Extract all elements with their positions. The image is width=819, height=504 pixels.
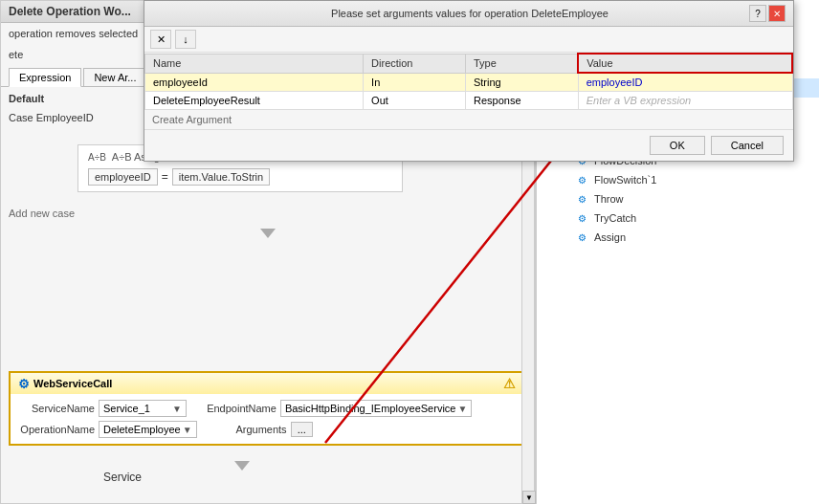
modal-close-button[interactable]: ✕ [768,5,786,22]
tab-new-arg-label: New Ar... [94,72,136,83]
assign-icon: A÷B [88,152,106,163]
wsblock-icon: ⚙ [18,377,30,391]
wsblock-endpoint-select[interactable]: BasicHttpBinding_IEmployeeService ▼ [280,400,472,417]
modal-help-button[interactable]: ? [749,5,766,22]
wsblock-operation-select[interactable]: DeleteEmployee ▼ [99,421,197,438]
cancel-button[interactable]: Cancel [711,136,784,155]
row1-type: String [465,73,578,92]
ok-button[interactable]: OK [650,136,705,155]
wsblock: ⚙ WebServiceCall ⚠ ServiceName Service_1… [9,371,525,446]
bottom-chevron-down-icon [234,461,250,471]
wsblock-fields: ServiceName Service_1 ▼ EndpointName Bas… [11,394,523,444]
wsblock-service-value: Service_1 [103,403,170,414]
wsblock-operation-label: OperationName [18,424,95,435]
modal-title-buttons: ? ✕ [749,5,786,22]
row2-name: DeleteEmployeeResult [145,92,364,110]
ok-label: OK [670,140,685,151]
create-argument-link[interactable]: Create Argument [144,110,793,129]
table-header-row: Name Direction Type Value [145,54,793,73]
row2-value[interactable]: Enter a VB expression [578,92,792,110]
chevron-down-container [1,225,535,242]
wsblock-endpoint-dropdown-icon[interactable]: ▼ [457,404,467,414]
case-text: Case EmployeeID [9,112,94,123]
col-value-header: Value [578,54,792,73]
bottom-chevron-container [231,457,254,474]
wsblock-operation-row: OperationName DeleteEmployee ▼ Arguments… [18,421,516,438]
service-label-text: Service [103,471,142,484]
default-text: Default [9,93,44,104]
add-case-text: Add new case [9,208,75,219]
right-item-assign[interactable]: ⚙ Assign [537,228,819,247]
wsblock-service-select[interactable]: Service_1 ▼ [99,400,187,417]
wsblock-arguments-value: ... [298,424,306,435]
modal-toolbar: ✕ ↓ [144,27,793,53]
table-row[interactable]: DeleteEmployeeResult Out Response Enter … [145,92,793,110]
table-row[interactable]: employeeId In String employeeID [145,73,793,92]
create-argument-text: Create Argument [152,114,232,125]
modal-toolbar-down-button[interactable]: ↓ [175,30,196,49]
wsblock-arguments-button[interactable]: ... [291,422,313,437]
wsblock-endpoint-label: EndpointName [190,403,277,414]
assign-left-value: employeeID [95,171,151,183]
wsblock-service-label: ServiceName [18,403,95,414]
row1-direction: In [364,73,466,92]
scroll-down-button[interactable]: ▼ [522,491,536,504]
wsblock-title-bar: ⚙ WebServiceCall ⚠ [11,373,523,394]
tab-expression-label: Expression [19,72,71,83]
cancel-label: Cancel [731,140,764,151]
col-name-header: Name [145,54,364,73]
warning-icon: ⚠ [503,376,516,391]
wsblock-title-text: ⚙ WebServiceCall [18,377,112,391]
bg-title-text: Delete Operation Wo... [9,5,131,18]
tab-expression[interactable]: Expression [9,68,81,87]
modal-titlebar: Please set arguments values for operatio… [144,1,793,27]
wsblock-service-row: ServiceName Service_1 ▼ EndpointName Bas… [18,400,516,417]
modal-footer: OK Cancel [144,129,793,161]
modal-overlay: Please set arguments values for operatio… [144,0,813,220]
row2-type: Response [465,92,578,110]
assign-right-label: Assign [594,231,626,243]
col-type-header: Type [465,54,578,73]
wsblock-endpoint-value: BasicHttpBinding_IEmployeeService [285,403,456,414]
wsblock-operation-dropdown-icon[interactable]: ▼ [183,425,192,435]
wsblock-arguments-label: Arguments [201,424,287,435]
row1-name: employeeId [145,73,364,92]
service-label-bottom: Service [103,471,142,484]
arguments-table: Name Direction Type Value employeeId In … [144,53,793,110]
wsblock-service-dropdown-icon[interactable]: ▼ [172,404,182,414]
modal-title: Please set arguments values for operatio… [190,8,749,19]
bg-desc-text: operation removes selected [9,28,138,39]
wsblock-title-label: WebServiceCall [33,378,112,389]
chevron-down-icon [260,229,276,238]
tab-new-argument[interactable]: New Ar... [83,68,146,86]
row1-value[interactable]: employeeID [578,73,792,92]
modal-toolbar-x-button[interactable]: ✕ [150,30,171,49]
col-direction-header: Direction [364,54,466,73]
wsblock-operation-value: DeleteEmployee [103,424,181,435]
row2-direction: Out [364,92,466,110]
modal-dialog: Please set arguments values for operatio… [144,0,794,162]
assign-right-icon: ⚙ [575,230,588,244]
